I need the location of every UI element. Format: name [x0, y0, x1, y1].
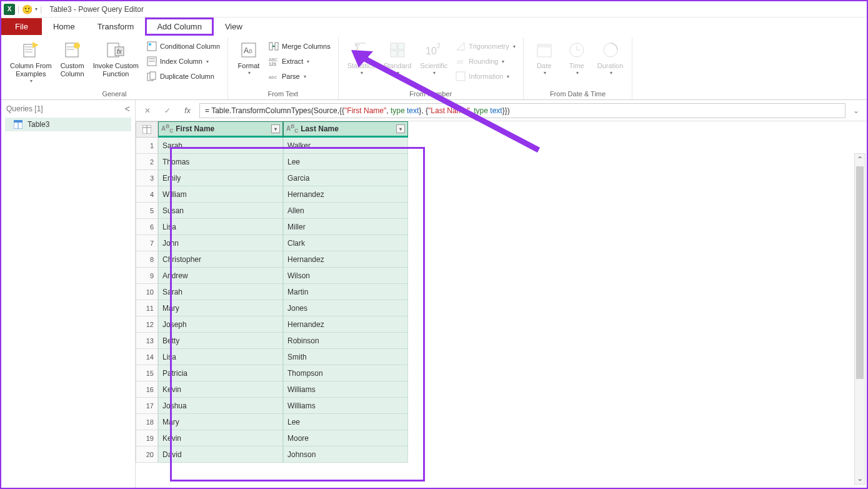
- data-cell[interactable]: Sarah: [158, 284, 283, 300]
- extract-button[interactable]: ABC123 Extract▾: [266, 54, 333, 69]
- data-cell[interactable]: Kevin: [158, 430, 283, 446]
- filter-dropdown-icon[interactable]: ▾: [396, 124, 405, 133]
- data-cell[interactable]: Lisa: [158, 219, 283, 235]
- row-header[interactable]: 14: [136, 349, 158, 365]
- custom-column-button[interactable]: Custom Column: [57, 38, 88, 81]
- scroll-thumb[interactable]: [856, 166, 864, 379]
- data-cell[interactable]: Jones: [283, 300, 408, 316]
- row-header[interactable]: 13: [136, 333, 158, 349]
- row-header[interactable]: 17: [136, 398, 158, 414]
- filter-dropdown-icon[interactable]: ▾: [271, 124, 280, 133]
- row-header[interactable]: 6: [136, 219, 158, 235]
- data-cell[interactable]: Hernandez: [283, 316, 408, 333]
- data-cell[interactable]: Andrew: [158, 268, 283, 284]
- column-header[interactable]: ABCLast Name▾: [283, 121, 408, 138]
- data-cell[interactable]: Martin: [283, 284, 408, 300]
- scroll-down-icon[interactable]: ⌄: [855, 473, 865, 484]
- data-cell[interactable]: Moore: [283, 430, 408, 446]
- data-cell[interactable]: Walker: [283, 138, 408, 154]
- smile-icon[interactable]: 🙂: [22, 4, 32, 14]
- data-cell[interactable]: Williams: [283, 381, 408, 398]
- trigonometry-button[interactable]: Trigonometry▾: [452, 39, 517, 54]
- information-button[interactable]: Information▾: [452, 69, 517, 84]
- data-cell[interactable]: Lee: [283, 414, 408, 430]
- data-cell[interactable]: Allen: [283, 203, 408, 219]
- statistics-button[interactable]: Σ Statistics▾: [344, 38, 379, 79]
- data-cell[interactable]: Garcia: [283, 170, 408, 186]
- data-cell[interactable]: Thomas: [158, 154, 283, 170]
- formula-input[interactable]: = Table.TransformColumnTypes(Source,{{"F…: [199, 103, 846, 118]
- data-cell[interactable]: William: [158, 186, 283, 203]
- column-from-examples-button[interactable]: Column From Examples▾: [6, 38, 56, 87]
- data-cell[interactable]: David: [158, 446, 283, 463]
- tab-file[interactable]: File: [1, 18, 42, 35]
- row-header[interactable]: 4: [136, 186, 158, 203]
- rounding-button[interactable]: .00 Rounding▾: [452, 54, 517, 69]
- tab-add-column[interactable]: Add Column: [145, 18, 214, 36]
- row-header[interactable]: 12: [136, 316, 158, 333]
- row-header[interactable]: 9: [136, 268, 158, 284]
- row-header[interactable]: 19: [136, 430, 158, 446]
- vertical-scrollbar[interactable]: ⌃ ⌄: [854, 153, 866, 485]
- data-cell[interactable]: Hernandez: [283, 186, 408, 203]
- index-column-button[interactable]: Index Column▾: [144, 54, 222, 69]
- scientific-button[interactable]: 102 Scientific▾: [416, 38, 451, 79]
- collapse-sidebar-icon[interactable]: <: [125, 104, 130, 114]
- parse-button[interactable]: abc Parse▾: [266, 69, 333, 84]
- standard-button[interactable]: Standard▾: [380, 38, 416, 79]
- data-cell[interactable]: Joshua: [158, 398, 283, 414]
- cancel-formula-icon[interactable]: ✕: [139, 103, 156, 119]
- row-header[interactable]: 1: [136, 138, 158, 154]
- row-header[interactable]: 7: [136, 235, 158, 251]
- row-header[interactable]: 20: [136, 446, 158, 463]
- expand-formula-icon[interactable]: ⌄: [849, 106, 863, 115]
- data-cell[interactable]: Lisa: [158, 349, 283, 365]
- data-cell[interactable]: Patricia: [158, 365, 283, 381]
- time-button[interactable]: Time▾: [561, 38, 592, 79]
- data-cell[interactable]: Wilson: [283, 268, 408, 284]
- data-cell[interactable]: Hernandez: [283, 251, 408, 268]
- data-cell[interactable]: Betty: [158, 333, 283, 349]
- row-header[interactable]: 8: [136, 251, 158, 268]
- qat-dropdown-icon[interactable]: ▾: [35, 6, 37, 12]
- scroll-up-icon[interactable]: ⌃: [855, 154, 865, 165]
- data-cell[interactable]: Johnson: [283, 446, 408, 463]
- data-cell[interactable]: Mary: [158, 300, 283, 316]
- invoke-custom-function-button[interactable]: fx Invoke Custom Function: [89, 38, 142, 81]
- date-button[interactable]: Date▾: [529, 38, 560, 79]
- row-header[interactable]: 2: [136, 154, 158, 170]
- format-button[interactable]: AB Format▾: [233, 38, 264, 79]
- tab-transform[interactable]: Transform: [86, 18, 146, 35]
- row-header[interactable]: 3: [136, 170, 158, 186]
- data-cell[interactable]: Kevin: [158, 381, 283, 398]
- data-cell[interactable]: Joseph: [158, 316, 283, 333]
- row-header[interactable]: 10: [136, 284, 158, 300]
- row-header[interactable]: 11: [136, 300, 158, 316]
- tab-view[interactable]: View: [214, 18, 254, 35]
- query-item-table3[interactable]: Table3: [5, 118, 131, 131]
- data-cell[interactable]: Williams: [283, 398, 408, 414]
- data-cell[interactable]: Thompson: [283, 365, 408, 381]
- data-cell[interactable]: Emily: [158, 170, 283, 186]
- tab-home[interactable]: Home: [42, 18, 86, 35]
- conditional-column-button[interactable]: Conditional Column: [144, 39, 222, 54]
- duration-button[interactable]: Duration▾: [594, 38, 627, 79]
- data-cell[interactable]: Miller: [283, 219, 408, 235]
- accept-formula-icon[interactable]: ✓: [159, 103, 176, 119]
- duplicate-column-button[interactable]: Duplicate Column: [144, 69, 222, 84]
- data-cell[interactable]: Susan: [158, 203, 283, 219]
- data-cell[interactable]: Robinson: [283, 333, 408, 349]
- data-cell[interactable]: Sarah: [158, 138, 283, 154]
- row-header[interactable]: 18: [136, 414, 158, 430]
- data-cell[interactable]: Clark: [283, 235, 408, 251]
- data-cell[interactable]: Lee: [283, 154, 408, 170]
- data-cell[interactable]: John: [158, 235, 283, 251]
- row-header[interactable]: 5: [136, 203, 158, 219]
- data-cell[interactable]: Mary: [158, 414, 283, 430]
- merge-columns-button[interactable]: Merge Columns: [266, 39, 333, 54]
- grid-corner[interactable]: [136, 121, 158, 138]
- row-header[interactable]: 16: [136, 381, 158, 398]
- row-header[interactable]: 15: [136, 365, 158, 381]
- data-cell[interactable]: Christopher: [158, 251, 283, 268]
- fx-icon[interactable]: fx: [179, 103, 196, 119]
